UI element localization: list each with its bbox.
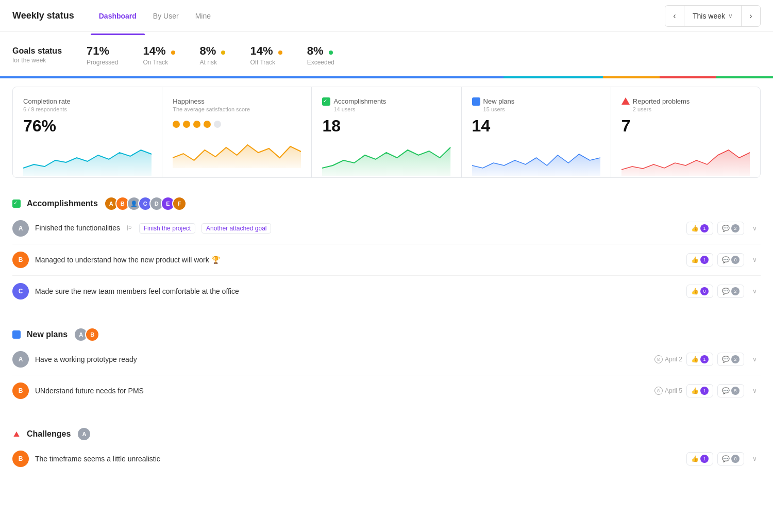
item-actions-2: 👍 1 💬 0 ∨ (686, 253, 761, 267)
accomplishment-item-1: A Finished the functionalities 🏳 Finish … (12, 213, 761, 244)
bar-at-risk (603, 76, 660, 78)
stat-off-track: 14% Off Track (250, 44, 282, 66)
dot-green-icon (329, 51, 333, 55)
stat-progressed: 71% Progressed (87, 44, 118, 66)
card-completion-rate: Completion rate 6 / 9 respondents 76% (13, 87, 162, 177)
tab-by-user[interactable]: By User (145, 8, 187, 24)
check-icon (322, 97, 330, 106)
new-plan-item-1: A Have a working prototype ready ⊙ April… (12, 344, 761, 375)
np-like-button-1[interactable]: 👍 1 (686, 353, 713, 366)
tag-finish-project[interactable]: Finish the project (139, 223, 195, 234)
np-like-count-1: 1 (700, 355, 709, 363)
next-week-button[interactable]: › (742, 6, 760, 26)
comment-button-2[interactable]: 💬 0 (717, 253, 744, 267)
triangle-icon (621, 97, 630, 105)
card-reported-problems: Reported problems 2 users 7 (611, 87, 760, 177)
ch-item-avatar-1: B (12, 451, 29, 467)
happiness-dot-4 (204, 121, 211, 128)
np-like-button-2[interactable]: 👍 1 (686, 384, 713, 397)
accomplishments-avatars: A B 👤 C D E F (104, 196, 187, 211)
due-date-1: ⊙ April 2 (654, 355, 682, 363)
tab-dashboard[interactable]: Dashboard (91, 8, 145, 24)
item-text-1: Finished the functionalities 🏳 Finish th… (35, 223, 680, 234)
calendar-icon-2: ⊙ (654, 387, 663, 395)
accomplishments-section: Accomplishments A B 👤 C D E F A Finished… (0, 186, 773, 307)
thumbs-up-icon-ch1: 👍 (691, 455, 699, 462)
expand-button-2[interactable]: ∨ (748, 254, 761, 266)
comment-button-3[interactable]: 💬 2 (717, 285, 744, 298)
item-text-3: Made sure the new team members feel comf… (35, 287, 680, 295)
new-plans-header: New plans A B (12, 327, 761, 342)
dot-orange-icon (171, 51, 175, 55)
comment-icon: 💬 (722, 225, 730, 232)
like-button-3[interactable]: 👍 0 (686, 285, 713, 298)
comment-icon-ch1: 💬 (722, 455, 730, 462)
np-avatar-2: B (85, 327, 99, 342)
page-title: Weekly status (12, 10, 74, 21)
comment-icon-np2: 💬 (722, 387, 730, 394)
bar-on-track (503, 76, 603, 78)
ch-avatar-1: A (77, 427, 91, 441)
week-label[interactable]: This week ∨ (684, 6, 742, 26)
np-expand-button-2[interactable]: ∨ (748, 385, 761, 397)
happiness-dot-2 (183, 121, 190, 128)
stat-exceeded: 8% Exceeded (307, 44, 334, 66)
stat-at-risk: 8% At risk (200, 44, 226, 66)
tag-another-goal[interactable]: Another attached goal (201, 223, 271, 234)
np-expand-button-1[interactable]: ∨ (748, 353, 761, 365)
np-item-text-2: UNderstand future needs for PMS (35, 387, 648, 395)
happiness-dot-5 (214, 121, 221, 128)
thumbs-up-icon-np1: 👍 (691, 356, 699, 363)
header-right: ‹ This week ∨ › (665, 5, 761, 27)
challenges-triangle-icon (13, 431, 19, 437)
comment-icon-np1: 💬 (722, 356, 730, 363)
card-accomplishments: Accomplishments 14 users 18 (312, 87, 461, 177)
comment-button-1[interactable]: 💬 2 (717, 222, 744, 235)
ch-item-actions-1: 👍 1 💬 0 ∨ (686, 452, 761, 466)
accomplishments-check-icon (12, 200, 21, 208)
bar-progressed (0, 76, 503, 78)
prev-week-button[interactable]: ‹ (665, 6, 684, 26)
item-avatar-1: A (12, 220, 29, 237)
item-text-2: Managed to understand how the new produc… (35, 256, 680, 264)
happiness-dot-3 (193, 121, 200, 128)
challenges-section: Challenges A B The timeframe seems a lit… (0, 417, 773, 474)
accomplishment-item-2: B Managed to understand how the new prod… (12, 244, 761, 276)
like-count-3: 0 (700, 287, 709, 295)
avatar-7: F (172, 196, 187, 211)
item-actions-3: 👍 0 💬 2 ∨ (686, 285, 761, 298)
accomplishments-header: Accomplishments A B 👤 C D E F (12, 196, 761, 211)
np-comment-button-2[interactable]: 💬 5 (717, 384, 744, 397)
happiness-dot-1 (173, 121, 180, 128)
like-button-1[interactable]: 👍 1 (686, 222, 713, 235)
expand-button-1[interactable]: ∨ (748, 222, 761, 235)
comment-count-1: 2 (731, 224, 740, 232)
happiness-rating (173, 121, 301, 128)
challenges-header: Challenges A (12, 427, 761, 441)
comment-icon-2: 💬 (722, 256, 730, 263)
card-happiness: Happiness The average satisfaction score (162, 87, 312, 177)
ch-expand-button-1[interactable]: ∨ (748, 453, 761, 465)
tab-mine[interactable]: Mine (187, 8, 219, 24)
new-plan-item-2: B UNderstand future needs for PMS ⊙ Apri… (12, 375, 761, 406)
ch-like-button-1[interactable]: 👍 1 (686, 452, 713, 466)
ch-comment-button-1[interactable]: 💬 0 (717, 452, 744, 466)
challenges-avatars: A (77, 427, 91, 441)
accomplishment-item-3: C Made sure the new team members feel co… (12, 276, 761, 307)
card-new-plans: New plans 15 users 14 (462, 87, 611, 177)
expand-button-3[interactable]: ∨ (748, 285, 761, 297)
thumbs-up-icon-3: 👍 (691, 288, 699, 295)
like-button-2[interactable]: 👍 1 (686, 253, 713, 267)
thumbs-up-icon-2: 👍 (691, 256, 699, 263)
due-date-2: ⊙ April 5 (654, 387, 682, 395)
np-comment-button-1[interactable]: 💬 2 (717, 353, 744, 366)
comment-icon-3: 💬 (722, 288, 730, 295)
calendar-icon-1: ⊙ (654, 355, 663, 363)
np-comment-count-1: 2 (731, 355, 740, 363)
sparkline-completion (23, 140, 152, 176)
progress-color-bar (0, 76, 773, 78)
new-plans-avatars: A B (74, 327, 99, 342)
np-item-avatar-2: B (12, 383, 29, 399)
ch-like-count-1: 1 (700, 455, 709, 463)
stat-on-track: 14% On Track (143, 44, 175, 66)
